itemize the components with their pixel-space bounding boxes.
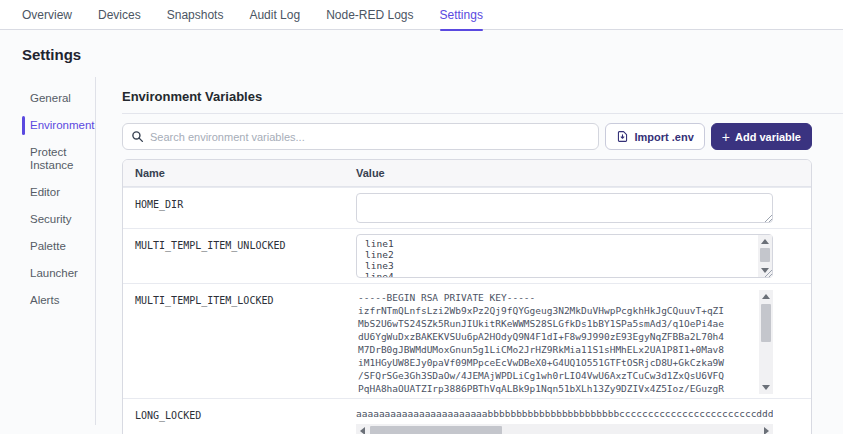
- search-icon: [131, 130, 144, 143]
- env-toolbar: Import .env + Add variable: [122, 123, 812, 150]
- tab-node-red-logs[interactable]: Node-RED Logs: [326, 0, 413, 30]
- import-file-icon: [616, 130, 629, 143]
- sidebar-item-editor[interactable]: Editor: [22, 179, 95, 206]
- import-env-label: Import .env: [634, 131, 693, 143]
- scrollbar-thumb[interactable]: [370, 426, 502, 434]
- settings-page: Settings General Environment Protect Ins…: [0, 30, 843, 434]
- env-name: LONG_LOCKED: [123, 399, 356, 434]
- horizontal-scrollbar[interactable]: [356, 424, 773, 434]
- scroll-left-arrow-icon[interactable]: [356, 424, 369, 434]
- env-value-locked: aaaaaaaaaaaaaaaaaaaaaaabbbbbbbbbbbbbbbbb…: [356, 407, 773, 420]
- panel-title: Environment Variables: [122, 77, 843, 114]
- scroll-right-arrow-icon[interactable]: [760, 424, 773, 434]
- settings-sidebar: General Environment Protect Instance Edi…: [22, 77, 96, 425]
- plus-icon: +: [722, 130, 730, 144]
- tab-devices[interactable]: Devices: [98, 0, 141, 30]
- vertical-scrollbar[interactable]: [759, 290, 773, 394]
- env-name: MULTI_TEMPL_ITEM_UNLOCKED: [123, 229, 356, 283]
- tab-snapshots[interactable]: Snapshots: [167, 0, 224, 30]
- search-input[interactable]: [150, 131, 590, 143]
- env-value-input[interactable]: line1 line2 line3 line4: [356, 234, 773, 278]
- search-box[interactable]: [122, 123, 599, 150]
- tab-settings[interactable]: Settings: [440, 0, 483, 30]
- column-header-value: Value: [356, 167, 811, 179]
- instance-tab-bar: Overview Devices Snapshots Audit Log Nod…: [0, 0, 843, 30]
- table-row: MULTI_TEMPL_ITEM_UNLOCKED line1 line2 li…: [123, 228, 811, 283]
- sidebar-item-security[interactable]: Security: [22, 206, 95, 233]
- env-name: HOME_DIR: [123, 188, 356, 228]
- scroll-down-arrow-icon[interactable]: [759, 381, 773, 394]
- environment-panel: Environment Variables Import .env: [96, 77, 843, 425]
- scrollbar-thumb[interactable]: [761, 304, 771, 342]
- env-name: MULTI_TEMPL_ITEM_LOCKED: [123, 284, 356, 398]
- env-variables-table: Name Value HOME_DIR: [122, 159, 812, 434]
- add-variable-button[interactable]: + Add variable: [711, 123, 812, 150]
- table-row: LONG_LOCKED aaaaaaaaaaaaaaaaaaaaaaabbbbb…: [123, 398, 811, 434]
- tab-audit-log[interactable]: Audit Log: [249, 0, 300, 30]
- env-value-locked: -----BEGIN RSA PRIVATE KEY----- izfrNTmQ…: [356, 290, 754, 394]
- table-row: MULTI_TEMPL_ITEM_LOCKED -----BEGIN RSA P…: [123, 283, 811, 398]
- add-variable-label: Add variable: [735, 131, 801, 143]
- sidebar-item-environment[interactable]: Environment: [22, 112, 95, 139]
- sidebar-item-general[interactable]: General: [22, 85, 95, 112]
- resize-grip-icon[interactable]: [763, 268, 772, 277]
- tab-overview[interactable]: Overview: [22, 0, 72, 30]
- scroll-up-arrow-icon[interactable]: [758, 235, 772, 248]
- scrollbar-thumb[interactable]: [760, 248, 770, 262]
- sidebar-item-launcher[interactable]: Launcher: [22, 260, 95, 287]
- resize-grip-icon[interactable]: [763, 213, 772, 222]
- page-title: Settings: [0, 30, 843, 77]
- table-row: HOME_DIR: [123, 187, 811, 228]
- column-header-name: Name: [123, 167, 356, 179]
- scroll-up-arrow-icon[interactable]: [759, 290, 773, 303]
- sidebar-item-alerts[interactable]: Alerts: [22, 287, 95, 314]
- sidebar-item-protect-instance[interactable]: Protect Instance: [22, 139, 95, 179]
- sidebar-item-palette[interactable]: Palette: [22, 233, 95, 260]
- env-value-input[interactable]: [356, 193, 773, 223]
- table-header: Name Value: [123, 160, 811, 187]
- import-env-button[interactable]: Import .env: [605, 123, 704, 150]
